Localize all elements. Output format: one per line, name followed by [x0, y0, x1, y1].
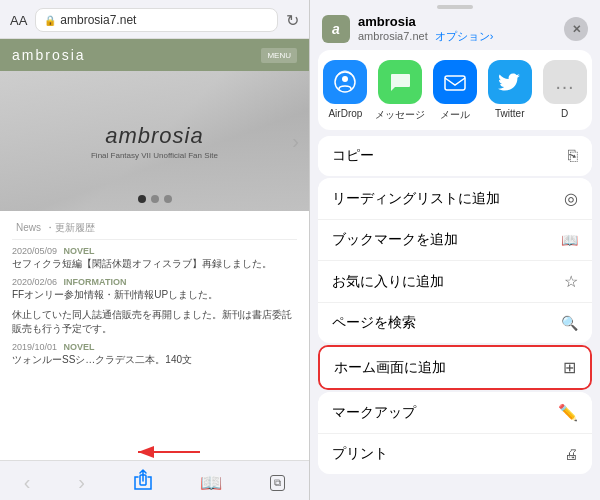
news-text-2: FFオンリー参加情報・新刊情報UPしました。	[12, 288, 297, 302]
find-on-page-label: ページを検索	[332, 314, 416, 332]
messages-label: メッセージ	[375, 108, 425, 122]
app-icon-more[interactable]: … D	[537, 60, 592, 122]
menu-item-markup[interactable]: マークアップ ✏️	[318, 392, 592, 433]
airdrop-icon	[323, 60, 367, 104]
dot-2	[151, 195, 159, 203]
menu-group-2: リーディングリストに追加 ◎ ブックマークを追加 📖 お気に入りに追加 ☆ ペー…	[318, 178, 592, 343]
news-meta-2: 2020/02/06 INFORMATION	[12, 277, 297, 287]
sheet-header: a ambrosia ambrosia7.net オプション› ✕	[310, 8, 600, 50]
app-icons-row: AirDrop メッセージ メール	[318, 50, 592, 130]
highlight-border: ホーム画面に追加 ⊞	[318, 345, 592, 390]
news-section: News・更新履歴 2020/05/09 NOVEL セフィクラ短編【閑話休題オ…	[0, 211, 309, 381]
share-button[interactable]	[133, 469, 153, 496]
reading-list-label: リーディングリストに追加	[332, 190, 500, 208]
app-icon-mail[interactable]: メール	[428, 60, 483, 122]
browser-panel: AA 🔒 ambrosia7.net ↻ ambrosia MENU ambro…	[0, 0, 310, 500]
twitter-icon	[488, 60, 532, 104]
hero-section: ambrosia Final Fantasy VII Unofficial Fa…	[0, 71, 309, 211]
sheet-site-url: ambrosia7.net オプション›	[358, 29, 556, 44]
reload-button[interactable]: ↻	[286, 11, 299, 30]
copy-icon: ⎘	[568, 147, 578, 165]
sheet-site-name: ambrosia	[358, 14, 556, 29]
menu-group-3: マークアップ ✏️ プリント 🖨	[318, 392, 592, 474]
app-icon-twitter[interactable]: Twitter	[482, 60, 537, 122]
copy-label: コピー	[332, 147, 374, 165]
add-to-home-label: ホーム画面に追加	[334, 359, 446, 377]
menu-item-favorites[interactable]: お気に入りに追加 ☆	[318, 260, 592, 302]
menu-item-find-on-page[interactable]: ページを検索 🔍	[318, 302, 592, 343]
menu-item-copy[interactable]: コピー ⎘	[318, 136, 592, 176]
mail-label: メール	[440, 108, 470, 122]
news-meta-1: 2020/05/09 NOVEL	[12, 246, 297, 256]
menu-item-add-to-home[interactable]: ホーム画面に追加 ⊞	[320, 347, 590, 388]
app-icon-airdrop[interactable]: AirDrop	[318, 60, 373, 122]
tabs-button[interactable]: ⧉	[270, 475, 285, 491]
menu-item-reading-list[interactable]: リーディングリストに追加 ◎	[318, 178, 592, 219]
reading-list-icon: ◎	[564, 189, 578, 208]
news-item-1: 2020/05/09 NOVEL セフィクラ短編【閑話休題オフィスラブ】再録しま…	[12, 246, 297, 271]
find-on-page-icon: 🔍	[561, 315, 578, 331]
add-bookmark-icon: 📖	[561, 232, 578, 248]
site-logo: ambrosia	[12, 47, 86, 63]
bookmark-button[interactable]: 📖	[200, 472, 222, 494]
menu-button[interactable]: MENU	[261, 48, 297, 63]
svg-point-4	[342, 76, 348, 82]
share-sheet: a ambrosia ambrosia7.net オプション› ✕	[310, 0, 600, 500]
more-icon: …	[543, 60, 587, 104]
dot-1	[138, 195, 146, 203]
dot-3	[164, 195, 172, 203]
add-to-home-icon: ⊞	[563, 358, 576, 377]
news-update-label: ・更新履歴	[45, 222, 95, 233]
markup-label: マークアップ	[332, 404, 416, 422]
news-header: News・更新履歴	[12, 219, 297, 240]
news-text-3: 休止していた同人誌通信販売を再開しました。新刊は書店委託販売も行う予定です。	[12, 308, 297, 336]
hero-title: ambrosia	[91, 123, 218, 149]
news-item-4: 2019/10/01 NOVEL ツォンルーSSシ…クラデス二本。140文	[12, 342, 297, 367]
hero-subtitle: Final Fantasy VII Unofficial Fan Site	[91, 151, 218, 160]
news-item-3: 休止していた同人誌通信販売を再開しました。新刊は書店委託販売も行う予定です。	[12, 308, 297, 336]
lock-icon: 🔒	[44, 15, 56, 26]
address-text: ambrosia7.net	[60, 13, 136, 27]
sheet-handle-area	[310, 0, 600, 8]
options-link[interactable]: オプション›	[435, 30, 494, 42]
news-text-4: ツォンルーSSシ…クラデス二本。140文	[12, 353, 297, 367]
app-icon-messages[interactable]: メッセージ	[373, 60, 428, 122]
highlighted-item-container: ホーム画面に追加 ⊞	[318, 345, 592, 391]
news-meta-4: 2019/10/01 NOVEL	[12, 342, 297, 352]
forward-button[interactable]: ›	[78, 471, 85, 494]
menu-list: コピー ⎘ リーディングリストに追加 ◎ ブックマークを追加 📖 お気に入りに追…	[310, 136, 600, 500]
browser-bottom-bar: ‹ › 📖 ⧉	[0, 460, 309, 500]
svg-rect-5	[445, 76, 465, 90]
print-icon: 🖨	[564, 446, 578, 462]
app-icon: a	[322, 15, 350, 43]
markup-icon: ✏️	[558, 403, 578, 422]
more-label: D	[561, 108, 568, 119]
close-button[interactable]: ✕	[564, 17, 588, 41]
print-label: プリント	[332, 445, 388, 463]
news-title: News	[16, 222, 41, 233]
airdrop-label: AirDrop	[328, 108, 362, 119]
browser-toolbar: AA 🔒 ambrosia7.net ↻	[0, 0, 309, 39]
twitter-label: Twitter	[495, 108, 524, 119]
hero-arrow[interactable]: ›	[292, 130, 299, 153]
address-bar[interactable]: 🔒 ambrosia7.net	[35, 8, 278, 32]
menu-item-print[interactable]: プリント 🖨	[318, 433, 592, 474]
news-text-1: セフィクラ短編【閑話休題オフィスラブ】再録しました。	[12, 257, 297, 271]
site-header: ambrosia MENU	[0, 39, 309, 71]
hero-text: ambrosia Final Fantasy VII Unofficial Fa…	[91, 123, 218, 160]
add-bookmark-label: ブックマークを追加	[332, 231, 458, 249]
menu-item-add-bookmark[interactable]: ブックマークを追加 📖	[318, 219, 592, 260]
menu-group-copy: コピー ⎘	[318, 136, 592, 176]
red-arrow-right	[310, 356, 316, 380]
favorites-label: お気に入りに追加	[332, 273, 444, 291]
hero-dots	[138, 195, 172, 203]
aa-button[interactable]: AA	[10, 13, 27, 28]
back-button[interactable]: ‹	[24, 471, 31, 494]
messages-icon	[378, 60, 422, 104]
news-item-2: 2020/02/06 INFORMATION FFオンリー参加情報・新刊情報UP…	[12, 277, 297, 302]
mail-icon	[433, 60, 477, 104]
browser-content: ambrosia MENU ambrosia Final Fantasy VII…	[0, 39, 309, 460]
favorites-icon: ☆	[564, 272, 578, 291]
sheet-site-info: ambrosia ambrosia7.net オプション›	[358, 14, 556, 44]
